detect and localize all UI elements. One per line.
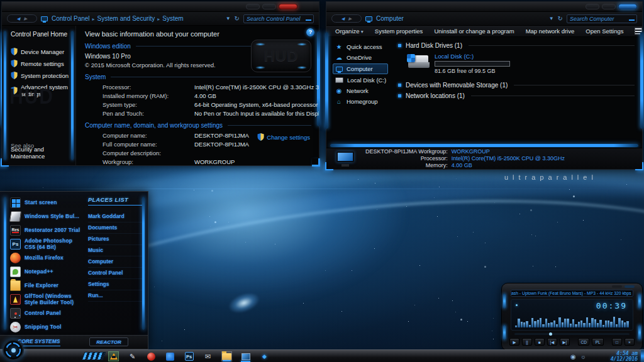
places-item-pictures[interactable]: Pictures	[88, 234, 145, 245]
horizontal-scrollbar[interactable]	[330, 144, 638, 147]
start-menu-item-file-explorer[interactable]: File Explorer	[10, 280, 82, 292]
clock-time: 4:54 am	[611, 351, 638, 356]
address-bar: ◀▶ Control Panel System and Security Sys…	[2, 12, 319, 26]
nav-item-network[interactable]: ◉ Network	[326, 86, 393, 96]
change-settings-link[interactable]: Change settings	[257, 133, 310, 141]
computer-icon	[336, 67, 343, 72]
breadcrumb-item[interactable]: Control Panel	[52, 15, 95, 22]
back-icon[interactable]: ◀	[17, 16, 20, 21]
taskbar-restorator-icon[interactable]	[146, 351, 157, 361]
taskbar-file-explorer-icon[interactable]	[221, 351, 232, 361]
group-header-network-locations[interactable]: Network locations (1)	[398, 92, 635, 99]
nav-item-homegroup[interactable]: ⌂ Homegroup	[326, 97, 393, 106]
title-bar[interactable]	[2, 2, 319, 12]
taskbar-system-window-icon[interactable]	[240, 351, 251, 361]
nav-item-onedrive[interactable]: ☁ OneDrive	[326, 53, 393, 62]
open-settings-button[interactable]: Open Settings	[586, 28, 623, 35]
maximize-button[interactable]	[262, 4, 276, 9]
sidebar-item-device-manager[interactable]: Device Manager	[11, 48, 75, 55]
playlist-button[interactable]: PL	[592, 338, 604, 346]
start-menu-item-control-panel[interactable]: Control Panel	[10, 307, 82, 319]
close-player-button[interactable]: ×	[625, 338, 635, 346]
start-menu-item-restorator[interactable]: Res Restorator 2007 Trial	[10, 224, 82, 236]
sidebar-item-security-and-maintenance[interactable]: Security and Maintenance	[11, 146, 75, 160]
start-menu-item-photoshop[interactable]: Ps Adobe Photoshop CS5 (64 Bit)	[10, 238, 82, 250]
taskbar-mail-icon[interactable]: ✉	[203, 351, 213, 361]
reactor-button[interactable]: REACTOR	[89, 337, 128, 346]
taskbar-aimp-icon[interactable]	[108, 351, 119, 361]
places-item-documents[interactable]: Documents	[88, 222, 145, 234]
stop-button[interactable]: ■	[535, 338, 545, 346]
taskbar-snipping-pen-icon[interactable]: ✎	[127, 351, 138, 361]
start-button[interactable]	[3, 339, 24, 361]
nav-item-quick-access[interactable]: ★ Quick access	[326, 42, 393, 52]
breadcrumb-item[interactable]: Computer	[376, 15, 404, 22]
map-network-drive-button[interactable]: Map network drive	[526, 28, 575, 35]
next-button[interactable]: ▶|	[560, 338, 570, 346]
search-input[interactable]: Search Computer	[567, 14, 637, 23]
taskbar-clock[interactable]: 4:54 am 4/12/2016	[611, 351, 638, 362]
info-label: Installed memory (RAM):	[103, 92, 194, 99]
pause-button[interactable]: ||	[522, 338, 532, 346]
taskbar-photoshop-icon[interactable]: Ps	[184, 351, 194, 361]
places-item-user[interactable]: Mark Goddard	[88, 211, 145, 222]
start-menu-item-start-screen[interactable]: Start screen	[10, 197, 82, 209]
nav-item-local-disk[interactable]: Local Disk (C:)	[326, 75, 393, 85]
options-button[interactable]: □	[612, 338, 622, 346]
window-scrollbar[interactable]	[640, 32, 643, 129]
start-menu-item-windows-style-builder[interactable]: Windows Style Bul...	[10, 211, 82, 222]
sidebar-item-remote-settings[interactable]: Remote settings	[11, 60, 75, 67]
control-panel-icon	[10, 308, 21, 319]
start-menu-item-firefox[interactable]: Mozilla Firefox	[10, 252, 82, 264]
back-icon[interactable]: ◀	[341, 16, 345, 21]
nav-item-computer-selected[interactable]: Computer	[333, 63, 388, 74]
places-item-music[interactable]: Music	[88, 245, 145, 256]
minimize-button[interactable]	[586, 4, 599, 9]
sidebar-item-control-panel-home[interactable]: Control Panel Home	[11, 31, 75, 38]
forward-icon[interactable]: ▶	[348, 16, 352, 21]
breadcrumb-item[interactable]: System and Security	[97, 15, 160, 22]
search-input[interactable]: Search Control Panel	[243, 14, 314, 23]
close-button[interactable]	[618, 4, 637, 9]
drive-name[interactable]: Local Disk (C:)	[435, 53, 510, 60]
forward-icon[interactable]: ▶	[24, 16, 27, 21]
breadcrumb-item[interactable]: System	[162, 15, 183, 22]
previous-button[interactable]: |◀	[547, 338, 557, 346]
tray-volume-icon[interactable]: ◉	[570, 353, 576, 360]
seek-handle[interactable]	[549, 332, 552, 336]
local-disk-item[interactable]: Local Disk (C:) 81.6 GB free of 99.5 GB	[407, 53, 635, 74]
group-header-hard-disk-drives[interactable]: Hard Disk Drives (1)	[398, 42, 635, 49]
seek-bar[interactable]	[514, 333, 630, 335]
help-icon[interactable]: ?	[306, 28, 314, 36]
maximize-button[interactable]	[602, 4, 616, 9]
organize-menu-button[interactable]: Organize	[335, 28, 364, 35]
places-item-control-panel[interactable]: Control Panel	[88, 268, 145, 279]
show-desktop-button[interactable]	[641, 350, 644, 362]
places-item-settings[interactable]: Settings	[88, 279, 145, 290]
places-item-computer[interactable]: Computer	[88, 256, 145, 268]
uninstall-program-button[interactable]: Uninstall or change a program	[434, 28, 514, 35]
refresh-icon[interactable]: ↻	[558, 15, 563, 22]
address-dropdown-icon[interactable]: ▼	[226, 16, 231, 21]
info-value: 4.00 GB	[194, 92, 319, 99]
minimize-button[interactable]	[246, 4, 260, 9]
refresh-icon[interactable]: ↻	[235, 15, 240, 22]
taskbar-style-builder-icon[interactable]	[165, 351, 175, 361]
taskbar-hud-gem-icon[interactable]: ◆	[259, 351, 270, 361]
sidebar-item-system-protection[interactable]: System protection	[11, 72, 75, 79]
address-dropdown-icon[interactable]: ▼	[549, 16, 554, 21]
back-forward-buttons[interactable]: ◀▶	[331, 14, 362, 23]
control-panel-sidebar: Control Panel Home Device Manager Remote…	[2, 26, 76, 165]
title-bar[interactable]	[326, 2, 642, 12]
system-properties-button[interactable]: System properties	[375, 28, 423, 35]
play-button[interactable]: ▶	[509, 338, 519, 346]
start-menu-item-glftool[interactable]: GlfTool (Windows Style Builder Tool)	[10, 293, 82, 305]
group-header-removable-storage[interactable]: Devices with Removable Storage (1)	[398, 82, 635, 89]
places-item-run[interactable]: Run...	[88, 290, 145, 302]
close-button[interactable]	[279, 4, 297, 9]
start-menu-item-snipping-tool[interactable]: ✂ Snipping Tool	[10, 321, 82, 333]
tray-settings-icon[interactable]: ☼	[580, 353, 586, 360]
start-menu-item-notepad[interactable]: Notepad++	[10, 266, 82, 278]
back-forward-buttons[interactable]: ◀▶	[7, 14, 37, 23]
eject-button[interactable]: CD	[578, 338, 590, 346]
